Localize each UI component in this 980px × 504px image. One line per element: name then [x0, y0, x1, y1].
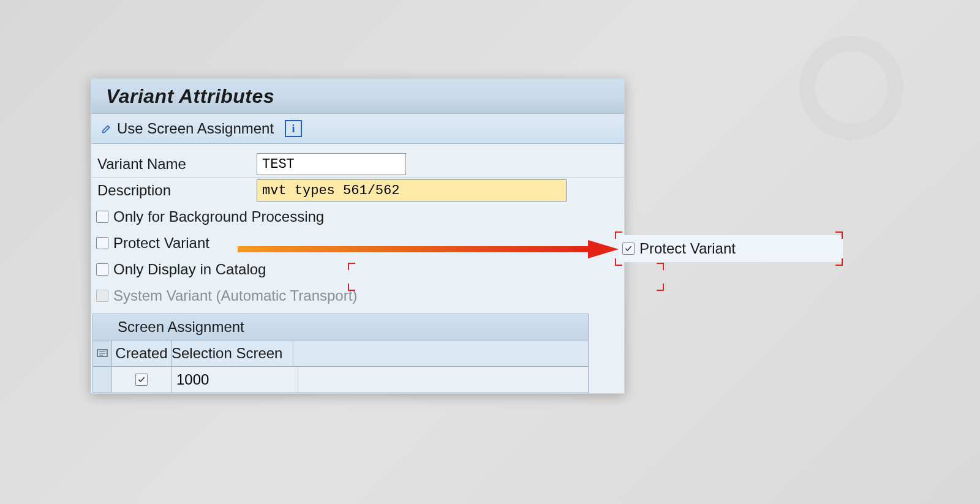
row-description: Description [91, 177, 624, 203]
selection-screen-cell[interactable]: 1000 [172, 367, 298, 393]
toolbar: Use Screen Assignment i [91, 114, 624, 144]
table-header-row: Created Selection Screen [93, 340, 588, 367]
col-created[interactable]: Created [112, 340, 172, 366]
screen-assignment-table: Screen Assignment Created Selection Scre… [92, 314, 589, 393]
created-cell[interactable] [112, 367, 172, 393]
only-display-catalog-label: Only Display in Catalog [113, 261, 266, 278]
row-protect-variant: Protect Variant [91, 230, 624, 256]
table-row: 1000 [93, 367, 588, 393]
variant-attributes-window: Variant Attributes Use Screen Assignment… [91, 78, 625, 394]
callout-protect-variant: Protect Variant [619, 235, 843, 262]
only-background-checkbox[interactable] [96, 211, 108, 223]
variant-name-label: Variant Name [96, 156, 257, 173]
protect-variant-label: Protect Variant [113, 235, 209, 252]
only-display-catalog-checkbox[interactable] [96, 263, 108, 276]
row-selector[interactable] [93, 367, 112, 393]
callout-protect-variant-label: Protect Variant [639, 240, 736, 257]
form: Variant Name Description Only for Backgr… [91, 144, 624, 393]
titlebar: Variant Attributes [91, 79, 624, 114]
description-input[interactable] [257, 179, 567, 201]
pencil-icon [101, 123, 112, 134]
protect-variant-checkbox[interactable] [96, 237, 108, 249]
row-only-background: Only for Background Processing [91, 203, 624, 230]
row-system-variant: System Variant (Automatic Transport) [91, 282, 624, 309]
callout-protect-variant-checkbox[interactable] [622, 243, 635, 255]
screen-assignment-heading: Screen Assignment [93, 314, 588, 340]
created-checkbox[interactable] [135, 374, 148, 386]
select-all-icon[interactable] [93, 340, 112, 366]
use-screen-assignment-button[interactable]: Use Screen Assignment [115, 120, 282, 137]
row-variant-name: Variant Name [91, 151, 624, 177]
svg-point-0 [807, 43, 895, 132]
col-selection-screen[interactable]: Selection Screen [172, 340, 293, 366]
only-background-label: Only for Background Processing [113, 208, 324, 225]
info-icon[interactable]: i [285, 120, 302, 137]
page-title: Variant Attributes [106, 85, 274, 108]
system-variant-label: System Variant (Automatic Transport) [113, 287, 357, 304]
row-only-display-catalog: Only Display in Catalog [91, 256, 624, 282]
description-label: Description [96, 182, 257, 199]
watermark-logo [790, 29, 913, 152]
variant-name-input[interactable] [257, 153, 406, 175]
system-variant-checkbox [96, 290, 108, 302]
